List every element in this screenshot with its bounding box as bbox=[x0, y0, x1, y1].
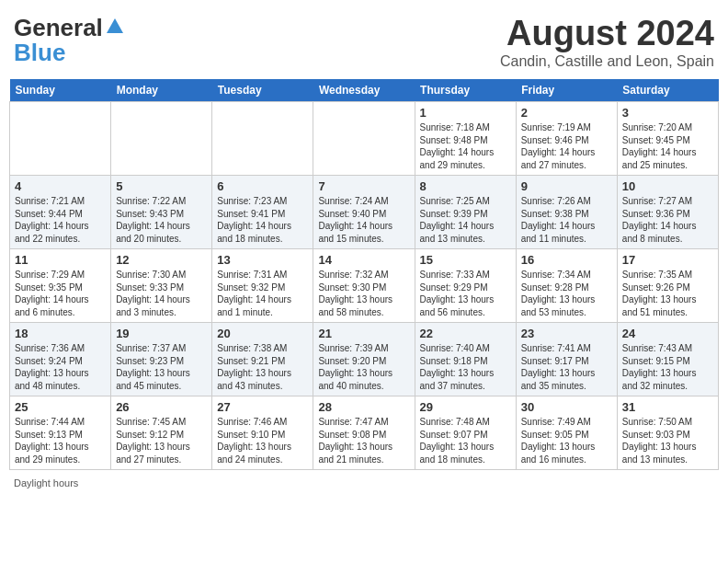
day-number: 28 bbox=[318, 400, 409, 414]
table-cell: 6Sunrise: 7:23 AMSunset: 9:41 PMDaylight… bbox=[212, 176, 313, 249]
day-info: Sunrise: 7:49 AMSunset: 9:05 PMDaylight:… bbox=[521, 416, 612, 465]
week-row-1: 1Sunrise: 7:18 AMSunset: 9:48 PMDaylight… bbox=[10, 102, 719, 176]
col-monday: Monday bbox=[111, 79, 212, 102]
day-info: Sunrise: 7:43 AMSunset: 9:15 PMDaylight:… bbox=[622, 342, 713, 392]
day-number: 4 bbox=[15, 179, 106, 193]
day-info: Sunrise: 7:41 AMSunset: 9:17 PMDaylight:… bbox=[521, 342, 612, 392]
col-sunday: Sunday bbox=[10, 79, 111, 102]
col-wednesday: Wednesday bbox=[313, 79, 415, 102]
table-cell bbox=[313, 102, 415, 176]
calendar-table: Sunday Monday Tuesday Wednesday Thursday… bbox=[9, 79, 719, 470]
day-info: Sunrise: 7:29 AMSunset: 9:35 PMDaylight:… bbox=[15, 269, 106, 318]
daylight-hours-label: Daylight hours bbox=[14, 477, 78, 488]
day-info: Sunrise: 7:26 AMSunset: 9:38 PMDaylight:… bbox=[521, 195, 612, 245]
table-cell: 29Sunrise: 7:48 AMSunset: 9:07 PMDayligh… bbox=[415, 396, 516, 470]
day-info: Sunrise: 7:32 AMSunset: 9:30 PMDaylight:… bbox=[318, 269, 409, 318]
table-cell: 5Sunrise: 7:22 AMSunset: 9:43 PMDaylight… bbox=[111, 176, 212, 249]
table-cell: 12Sunrise: 7:30 AMSunset: 9:33 PMDayligh… bbox=[111, 249, 212, 323]
day-number: 5 bbox=[116, 179, 207, 193]
table-cell: 2Sunrise: 7:19 AMSunset: 9:46 PMDaylight… bbox=[516, 102, 617, 176]
table-cell: 20Sunrise: 7:38 AMSunset: 9:21 PMDayligh… bbox=[212, 323, 313, 396]
day-info: Sunrise: 7:47 AMSunset: 9:08 PMDaylight:… bbox=[318, 416, 409, 465]
day-info: Sunrise: 7:40 AMSunset: 9:18 PMDaylight:… bbox=[420, 342, 511, 392]
day-number: 30 bbox=[521, 400, 612, 414]
col-tuesday: Tuesday bbox=[212, 79, 313, 102]
day-number: 25 bbox=[15, 400, 106, 414]
header: General Blue August 2024 Candin, Castill… bbox=[9, 9, 719, 70]
day-info: Sunrise: 7:23 AMSunset: 9:41 PMDaylight:… bbox=[217, 195, 308, 245]
day-info: Sunrise: 7:33 AMSunset: 9:29 PMDaylight:… bbox=[420, 269, 511, 318]
table-cell: 25Sunrise: 7:44 AMSunset: 9:13 PMDayligh… bbox=[10, 396, 111, 470]
day-number: 14 bbox=[318, 253, 409, 267]
day-number: 22 bbox=[420, 327, 511, 340]
day-number: 27 bbox=[217, 400, 308, 414]
table-cell: 17Sunrise: 7:35 AMSunset: 9:26 PMDayligh… bbox=[617, 249, 718, 323]
logo: General Blue bbox=[14, 14, 125, 67]
table-cell: 10Sunrise: 7:27 AMSunset: 9:36 PMDayligh… bbox=[617, 176, 718, 249]
day-number: 10 bbox=[622, 179, 713, 193]
day-info: Sunrise: 7:19 AMSunset: 9:46 PMDaylight:… bbox=[521, 121, 612, 171]
table-cell: 30Sunrise: 7:49 AMSunset: 9:05 PMDayligh… bbox=[516, 396, 617, 470]
day-info: Sunrise: 7:18 AMSunset: 9:48 PMDaylight:… bbox=[420, 121, 511, 171]
col-saturday: Saturday bbox=[617, 79, 718, 102]
day-info: Sunrise: 7:34 AMSunset: 9:28 PMDaylight:… bbox=[521, 269, 612, 318]
table-cell bbox=[111, 102, 212, 176]
day-info: Sunrise: 7:39 AMSunset: 9:20 PMDaylight:… bbox=[318, 342, 409, 392]
day-info: Sunrise: 7:36 AMSunset: 9:24 PMDaylight:… bbox=[15, 342, 106, 392]
table-cell: 13Sunrise: 7:31 AMSunset: 9:32 PMDayligh… bbox=[212, 249, 313, 323]
day-number: 31 bbox=[622, 400, 713, 414]
day-number: 20 bbox=[217, 327, 308, 340]
table-cell: 16Sunrise: 7:34 AMSunset: 9:28 PMDayligh… bbox=[516, 249, 617, 323]
day-number: 13 bbox=[217, 253, 308, 267]
table-cell: 24Sunrise: 7:43 AMSunset: 9:15 PMDayligh… bbox=[617, 323, 718, 396]
table-cell: 21Sunrise: 7:39 AMSunset: 9:20 PMDayligh… bbox=[313, 323, 415, 396]
table-cell: 3Sunrise: 7:20 AMSunset: 9:45 PMDaylight… bbox=[617, 102, 718, 176]
day-number: 23 bbox=[521, 327, 612, 340]
week-row-4: 18Sunrise: 7:36 AMSunset: 9:24 PMDayligh… bbox=[10, 323, 719, 396]
footer: Daylight hours bbox=[9, 477, 719, 488]
table-cell: 15Sunrise: 7:33 AMSunset: 9:29 PMDayligh… bbox=[415, 249, 516, 323]
svg-marker-0 bbox=[107, 18, 123, 33]
day-info: Sunrise: 7:46 AMSunset: 9:10 PMDaylight:… bbox=[217, 416, 308, 465]
day-number: 1 bbox=[420, 106, 511, 120]
table-cell: 14Sunrise: 7:32 AMSunset: 9:30 PMDayligh… bbox=[313, 249, 415, 323]
day-info: Sunrise: 7:35 AMSunset: 9:26 PMDaylight:… bbox=[622, 269, 713, 318]
header-row: Sunday Monday Tuesday Wednesday Thursday… bbox=[10, 79, 719, 102]
logo-blue: Blue bbox=[14, 39, 65, 67]
table-cell: 7Sunrise: 7:24 AMSunset: 9:40 PMDaylight… bbox=[313, 176, 415, 249]
day-info: Sunrise: 7:24 AMSunset: 9:40 PMDaylight:… bbox=[318, 195, 409, 245]
day-info: Sunrise: 7:44 AMSunset: 9:13 PMDaylight:… bbox=[15, 416, 106, 465]
week-row-3: 11Sunrise: 7:29 AMSunset: 9:35 PMDayligh… bbox=[10, 249, 719, 323]
table-cell: 26Sunrise: 7:45 AMSunset: 9:12 PMDayligh… bbox=[111, 396, 212, 470]
day-number: 12 bbox=[116, 253, 207, 267]
day-number: 2 bbox=[521, 106, 612, 120]
location-title: Candin, Castille and Leon, Spain bbox=[500, 53, 714, 70]
table-cell bbox=[10, 102, 111, 176]
day-number: 24 bbox=[622, 327, 713, 340]
table-cell: 23Sunrise: 7:41 AMSunset: 9:17 PMDayligh… bbox=[516, 323, 617, 396]
day-number: 6 bbox=[217, 179, 308, 193]
day-number: 15 bbox=[420, 253, 511, 267]
day-number: 7 bbox=[318, 179, 409, 193]
day-number: 21 bbox=[318, 327, 409, 340]
day-info: Sunrise: 7:37 AMSunset: 9:23 PMDaylight:… bbox=[116, 342, 207, 392]
day-number: 29 bbox=[420, 400, 511, 414]
table-cell: 22Sunrise: 7:40 AMSunset: 9:18 PMDayligh… bbox=[415, 323, 516, 396]
table-cell: 27Sunrise: 7:46 AMSunset: 9:10 PMDayligh… bbox=[212, 396, 313, 470]
week-row-5: 25Sunrise: 7:44 AMSunset: 9:13 PMDayligh… bbox=[10, 396, 719, 470]
table-cell: 4Sunrise: 7:21 AMSunset: 9:44 PMDaylight… bbox=[10, 176, 111, 249]
table-cell: 11Sunrise: 7:29 AMSunset: 9:35 PMDayligh… bbox=[10, 249, 111, 323]
day-info: Sunrise: 7:21 AMSunset: 9:44 PMDaylight:… bbox=[15, 195, 106, 245]
day-info: Sunrise: 7:45 AMSunset: 9:12 PMDaylight:… bbox=[116, 416, 207, 465]
week-row-2: 4Sunrise: 7:21 AMSunset: 9:44 PMDaylight… bbox=[10, 176, 719, 249]
day-number: 17 bbox=[622, 253, 713, 267]
month-title: August 2024 bbox=[500, 14, 714, 53]
day-number: 9 bbox=[521, 179, 612, 193]
table-cell: 19Sunrise: 7:37 AMSunset: 9:23 PMDayligh… bbox=[111, 323, 212, 396]
day-number: 18 bbox=[15, 327, 106, 340]
table-cell: 8Sunrise: 7:25 AMSunset: 9:39 PMDaylight… bbox=[415, 176, 516, 249]
table-cell bbox=[212, 102, 313, 176]
day-info: Sunrise: 7:27 AMSunset: 9:36 PMDaylight:… bbox=[622, 195, 713, 245]
day-info: Sunrise: 7:48 AMSunset: 9:07 PMDaylight:… bbox=[420, 416, 511, 465]
col-friday: Friday bbox=[516, 79, 617, 102]
